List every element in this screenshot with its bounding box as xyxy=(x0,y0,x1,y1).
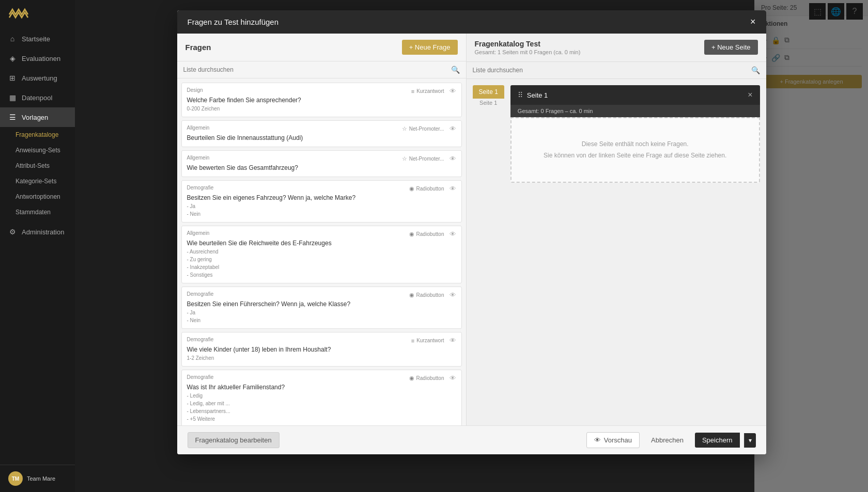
question-card-1[interactable]: Allgemein ☆ Net-Promoter... 👁 Beurteilen… xyxy=(181,120,462,147)
catalog-info: Fragenkatalog Test Gesamt: 1 Seiten mit … xyxy=(475,40,581,55)
catalog-search-icon: 🔍 xyxy=(751,66,760,74)
page-empty-state: Diese Seite enthält noch keine Fragen. S… xyxy=(510,117,760,183)
question-category-5: Demografie xyxy=(187,291,214,297)
catalog-body: Seite 1 Seite 1 ⠿ Seite 1 × xyxy=(467,79,766,425)
catalog-search-input[interactable] xyxy=(473,67,751,74)
question-text-4: Wie beurteilen Sie die Reichweite des E-… xyxy=(187,240,456,247)
question-type-icon-7: ◉ xyxy=(409,375,414,382)
new-question-btn[interactable]: + Neue Frage xyxy=(402,40,458,55)
sidebar-item-vorlagen[interactable]: ☰ Vorlagen xyxy=(0,107,75,127)
auswertung-icon: ⊞ xyxy=(8,74,17,82)
eye-icon-0[interactable]: 👁 xyxy=(450,87,456,95)
sidebar-footer: TM Team Mare xyxy=(0,465,75,492)
question-type-icon-5: ◉ xyxy=(409,292,414,298)
sidebar-subitem-stammdaten[interactable]: Stammdaten xyxy=(0,204,75,220)
questions-search-input[interactable] xyxy=(183,66,451,73)
footer-logo: TM xyxy=(8,471,23,486)
question-card-0[interactable]: Design ≡ Kurzantwort 👁 Welche Farbe find… xyxy=(181,83,462,117)
catalog-panel: Fragenkatalog Test Gesamt: 1 Seiten mit … xyxy=(467,34,766,425)
datenpool-icon: ▦ xyxy=(8,93,17,102)
questions-search-bar: 🔍 xyxy=(177,61,466,78)
save-btn[interactable]: Speichern xyxy=(695,433,740,448)
question-text-6: Wie viele Kinder (unter 18) leben in Ihr… xyxy=(187,346,456,353)
sidebar-item-administration[interactable]: ⚙ Administration xyxy=(0,222,75,242)
question-type-3: Radiobutton xyxy=(416,186,444,192)
question-category-6: Demografie xyxy=(187,337,214,342)
question-type-row-3: ◉ Radiobutton 👁 xyxy=(409,185,456,193)
vorlagen-icon: ☰ xyxy=(8,113,17,121)
modal-overlay: Fragen zu Test hinzufügen × Fragen + Neu… xyxy=(75,0,868,492)
questions-panel-header: Fragen + Neue Frage xyxy=(177,34,466,61)
sidebar-nav: ⌂ Startseite ◈ Evaluationen ⊞ Auswertung… xyxy=(0,29,75,465)
page-section-close-btn[interactable]: × xyxy=(748,90,752,100)
question-type-row-1: ☆ Net-Promoter... 👁 xyxy=(402,125,456,133)
drag-handle-icon[interactable]: ⠿ xyxy=(518,91,523,99)
cancel-btn[interactable]: Abbrechen xyxy=(644,433,691,448)
logo-icon xyxy=(8,7,29,22)
modal-body: Fragen + Neue Frage 🔍 Design ≡ Kurzantwo… xyxy=(177,34,766,425)
sidebar-subitem-fragenkataloge[interactable]: Fragenkataloge xyxy=(0,127,75,142)
question-card-4[interactable]: Allgemein ◉ Radiobutton 👁 Wie beurteilen… xyxy=(181,226,462,283)
page-section-meta: Gesamt: 0 Fragen – ca. 0 min xyxy=(510,105,760,117)
sidebar-subitem-attribut-sets[interactable]: Attribut-Sets xyxy=(0,158,75,173)
question-type-icon-4: ◉ xyxy=(409,231,414,237)
sidebar-subitem-kategorie-sets[interactable]: Kategorie-Sets xyxy=(0,173,75,189)
modal-close-btn[interactable]: × xyxy=(750,17,756,27)
question-type-icon-3: ◉ xyxy=(409,185,414,192)
logo-area xyxy=(0,0,75,29)
page-section-header: ⠿ Seite 1 × xyxy=(510,85,760,105)
questions-panel: Fragen + Neue Frage 🔍 Design ≡ Kurzantwo… xyxy=(177,34,467,425)
question-type-icon-1: ☆ xyxy=(402,125,407,132)
page-tab[interactable]: Seite 1 xyxy=(473,85,504,99)
question-card-5[interactable]: Demografie ◉ Radiobutton 👁 Besitzen Sie … xyxy=(181,287,462,329)
question-type-row-7: ◉ Radiobutton 👁 xyxy=(409,374,456,382)
eye-icon-3[interactable]: 👁 xyxy=(450,185,456,193)
question-category-1: Allgemein xyxy=(187,125,210,131)
question-category-2: Allgemein xyxy=(187,155,210,161)
question-text-5: Besitzen Sie einen Führerschein? Wenn ja… xyxy=(187,300,456,308)
sidebar-item-evaluationen[interactable]: ◈ Evaluationen xyxy=(0,49,75,68)
question-options-3: - Ja- Nein xyxy=(187,202,456,218)
page-empty-line1: Diese Seite enthält noch keine Fragen. xyxy=(522,139,749,150)
eye-icon-5[interactable]: 👁 xyxy=(450,291,456,299)
question-type-row-4: ◉ Radiobutton 👁 xyxy=(409,230,456,238)
catalog-meta: Gesamt: 1 Seiten mit 0 Fragen (ca. 0 min… xyxy=(475,49,581,55)
question-card-3[interactable]: Demografie ◉ Radiobutton 👁 Besitzen Sie … xyxy=(181,180,462,223)
question-options-7: - Ledig- Ledig, aber mit ...- Lebenspart… xyxy=(187,392,456,423)
sidebar-item-datenpool[interactable]: ▦ Datenpool xyxy=(0,88,75,107)
question-text-1: Beurteilen Sie die Innenausstattung (Aud… xyxy=(187,134,456,141)
admin-icon: ⚙ xyxy=(8,228,17,236)
question-category-0: Design xyxy=(187,87,203,93)
main-content: ⬚ 🌐 ? Pro Seite: 25 Aktionen ✏ 🔒 ⧉ ✏ 🔗 ⧉… xyxy=(75,0,868,492)
eye-icon-1[interactable]: 👁 xyxy=(450,125,456,133)
question-type-row-2: ☆ Net-Promoter... 👁 xyxy=(402,155,456,163)
sidebar-subitem-anweisung-sets[interactable]: Anweisung-Sets xyxy=(0,142,75,158)
question-type-row-6: ≡ Kurzantwort 👁 xyxy=(411,337,456,344)
footer-right: 👁 Vorschau Abbrechen Speichern ▾ xyxy=(586,432,756,448)
questions-panel-title: Fragen xyxy=(185,43,211,52)
questions-search-icon: 🔍 xyxy=(451,66,460,74)
question-category-4: Allgemein xyxy=(187,230,210,236)
eye-icon-6[interactable]: 👁 xyxy=(450,337,456,344)
questions-list: Design ≡ Kurzantwort 👁 Welche Farbe find… xyxy=(177,78,466,425)
question-text-7: Was ist Ihr aktueller Familienstand? xyxy=(187,384,456,391)
question-type-row-0: ≡ Kurzantwort 👁 xyxy=(411,87,456,95)
new-page-btn[interactable]: + Neue Seite xyxy=(704,40,758,55)
question-card-7[interactable]: Demografie ◉ Radiobutton 👁 Was ist Ihr a… xyxy=(181,370,462,425)
eye-icon-7[interactable]: 👁 xyxy=(450,374,456,382)
eye-icon-4[interactable]: 👁 xyxy=(450,230,456,238)
question-type-6: Kurzantwort xyxy=(416,338,444,343)
question-card-2[interactable]: Allgemein ☆ Net-Promoter... 👁 Wie bewert… xyxy=(181,150,462,177)
save-dropdown-btn[interactable]: ▾ xyxy=(744,433,756,448)
question-type-1: Net-Promoter... xyxy=(409,126,444,132)
sidebar-item-auswertung[interactable]: ⊞ Auswertung xyxy=(0,68,75,88)
edit-catalog-btn[interactable]: Fragenkatalog bearbeiten xyxy=(188,432,280,448)
modal-header: Fragen zu Test hinzufügen × xyxy=(177,10,766,34)
eye-icon-2[interactable]: 👁 xyxy=(450,155,456,163)
question-card-6[interactable]: Demografie ≡ Kurzantwort 👁 Wie viele Kin… xyxy=(181,332,462,367)
question-text-2: Wie bewerten Sie das Gesamtfahrzeug? xyxy=(187,164,456,171)
sidebar-item-startseite[interactable]: ⌂ Startseite xyxy=(0,29,75,49)
preview-btn[interactable]: 👁 Vorschau xyxy=(586,432,640,448)
sidebar-subitem-antwortoptionen[interactable]: Antwortoptionen xyxy=(0,189,75,204)
home-icon: ⌂ xyxy=(8,35,17,43)
